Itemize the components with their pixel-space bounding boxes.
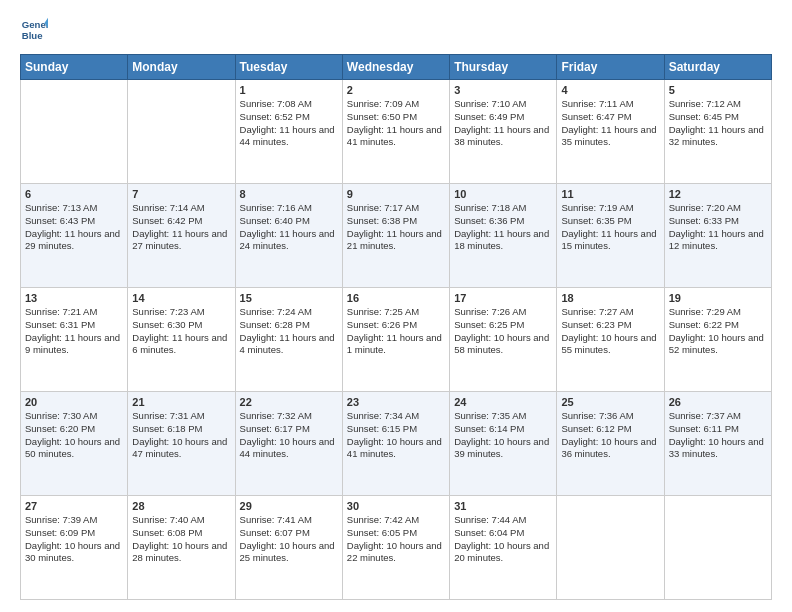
svg-text:General: General (22, 19, 48, 30)
week-row-5: 27Sunrise: 7:39 AM Sunset: 6:09 PM Dayli… (21, 496, 772, 600)
calendar-table: SundayMondayTuesdayWednesdayThursdayFrid… (20, 54, 772, 600)
day-number: 31 (454, 500, 552, 512)
cal-cell: 16Sunrise: 7:25 AM Sunset: 6:26 PM Dayli… (342, 288, 449, 392)
cal-cell: 22Sunrise: 7:32 AM Sunset: 6:17 PM Dayli… (235, 392, 342, 496)
day-number: 2 (347, 84, 445, 96)
cal-cell: 20Sunrise: 7:30 AM Sunset: 6:20 PM Dayli… (21, 392, 128, 496)
cell-info: Sunrise: 7:24 AM Sunset: 6:28 PM Dayligh… (240, 306, 338, 357)
weekday-header-friday: Friday (557, 55, 664, 80)
cal-cell: 2Sunrise: 7:09 AM Sunset: 6:50 PM Daylig… (342, 80, 449, 184)
cell-info: Sunrise: 7:37 AM Sunset: 6:11 PM Dayligh… (669, 410, 767, 461)
cal-cell: 30Sunrise: 7:42 AM Sunset: 6:05 PM Dayli… (342, 496, 449, 600)
cal-cell: 7Sunrise: 7:14 AM Sunset: 6:42 PM Daylig… (128, 184, 235, 288)
day-number: 4 (561, 84, 659, 96)
day-number: 26 (669, 396, 767, 408)
cell-info: Sunrise: 7:42 AM Sunset: 6:05 PM Dayligh… (347, 514, 445, 565)
day-number: 12 (669, 188, 767, 200)
cal-cell: 17Sunrise: 7:26 AM Sunset: 6:25 PM Dayli… (450, 288, 557, 392)
cal-cell: 3Sunrise: 7:10 AM Sunset: 6:49 PM Daylig… (450, 80, 557, 184)
cal-cell: 24Sunrise: 7:35 AM Sunset: 6:14 PM Dayli… (450, 392, 557, 496)
logo: General Blue (20, 16, 52, 44)
day-number: 23 (347, 396, 445, 408)
cell-info: Sunrise: 7:09 AM Sunset: 6:50 PM Dayligh… (347, 98, 445, 149)
cal-cell: 27Sunrise: 7:39 AM Sunset: 6:09 PM Dayli… (21, 496, 128, 600)
cal-cell: 25Sunrise: 7:36 AM Sunset: 6:12 PM Dayli… (557, 392, 664, 496)
week-row-4: 20Sunrise: 7:30 AM Sunset: 6:20 PM Dayli… (21, 392, 772, 496)
cell-info: Sunrise: 7:21 AM Sunset: 6:31 PM Dayligh… (25, 306, 123, 357)
cal-cell: 28Sunrise: 7:40 AM Sunset: 6:08 PM Dayli… (128, 496, 235, 600)
weekday-header-saturday: Saturday (664, 55, 771, 80)
day-number: 5 (669, 84, 767, 96)
cell-info: Sunrise: 7:17 AM Sunset: 6:38 PM Dayligh… (347, 202, 445, 253)
cal-cell: 9Sunrise: 7:17 AM Sunset: 6:38 PM Daylig… (342, 184, 449, 288)
page: General Blue SundayMondayTuesdayWednesda… (0, 0, 792, 612)
day-number: 1 (240, 84, 338, 96)
cell-info: Sunrise: 7:31 AM Sunset: 6:18 PM Dayligh… (132, 410, 230, 461)
cal-cell: 11Sunrise: 7:19 AM Sunset: 6:35 PM Dayli… (557, 184, 664, 288)
cell-info: Sunrise: 7:27 AM Sunset: 6:23 PM Dayligh… (561, 306, 659, 357)
cal-cell (128, 80, 235, 184)
cal-cell: 6Sunrise: 7:13 AM Sunset: 6:43 PM Daylig… (21, 184, 128, 288)
cell-info: Sunrise: 7:11 AM Sunset: 6:47 PM Dayligh… (561, 98, 659, 149)
day-number: 3 (454, 84, 552, 96)
cell-info: Sunrise: 7:44 AM Sunset: 6:04 PM Dayligh… (454, 514, 552, 565)
cell-info: Sunrise: 7:40 AM Sunset: 6:08 PM Dayligh… (132, 514, 230, 565)
day-number: 11 (561, 188, 659, 200)
cal-cell: 23Sunrise: 7:34 AM Sunset: 6:15 PM Dayli… (342, 392, 449, 496)
cell-info: Sunrise: 7:41 AM Sunset: 6:07 PM Dayligh… (240, 514, 338, 565)
weekday-header-thursday: Thursday (450, 55, 557, 80)
day-number: 7 (132, 188, 230, 200)
cal-cell: 13Sunrise: 7:21 AM Sunset: 6:31 PM Dayli… (21, 288, 128, 392)
cal-cell: 14Sunrise: 7:23 AM Sunset: 6:30 PM Dayli… (128, 288, 235, 392)
cell-info: Sunrise: 7:23 AM Sunset: 6:30 PM Dayligh… (132, 306, 230, 357)
day-number: 15 (240, 292, 338, 304)
day-number: 17 (454, 292, 552, 304)
cal-cell: 10Sunrise: 7:18 AM Sunset: 6:36 PM Dayli… (450, 184, 557, 288)
cell-info: Sunrise: 7:13 AM Sunset: 6:43 PM Dayligh… (25, 202, 123, 253)
cell-info: Sunrise: 7:29 AM Sunset: 6:22 PM Dayligh… (669, 306, 767, 357)
weekday-header-tuesday: Tuesday (235, 55, 342, 80)
day-number: 6 (25, 188, 123, 200)
cal-cell (557, 496, 664, 600)
weekday-header-row: SundayMondayTuesdayWednesdayThursdayFrid… (21, 55, 772, 80)
cal-cell: 8Sunrise: 7:16 AM Sunset: 6:40 PM Daylig… (235, 184, 342, 288)
cal-cell: 4Sunrise: 7:11 AM Sunset: 6:47 PM Daylig… (557, 80, 664, 184)
day-number: 16 (347, 292, 445, 304)
day-number: 27 (25, 500, 123, 512)
cell-info: Sunrise: 7:14 AM Sunset: 6:42 PM Dayligh… (132, 202, 230, 253)
cell-info: Sunrise: 7:20 AM Sunset: 6:33 PM Dayligh… (669, 202, 767, 253)
cell-info: Sunrise: 7:39 AM Sunset: 6:09 PM Dayligh… (25, 514, 123, 565)
cell-info: Sunrise: 7:32 AM Sunset: 6:17 PM Dayligh… (240, 410, 338, 461)
cal-cell: 1Sunrise: 7:08 AM Sunset: 6:52 PM Daylig… (235, 80, 342, 184)
cal-cell: 21Sunrise: 7:31 AM Sunset: 6:18 PM Dayli… (128, 392, 235, 496)
weekday-header-sunday: Sunday (21, 55, 128, 80)
day-number: 18 (561, 292, 659, 304)
cal-cell: 12Sunrise: 7:20 AM Sunset: 6:33 PM Dayli… (664, 184, 771, 288)
day-number: 13 (25, 292, 123, 304)
day-number: 28 (132, 500, 230, 512)
day-number: 9 (347, 188, 445, 200)
cal-cell (21, 80, 128, 184)
cal-cell: 29Sunrise: 7:41 AM Sunset: 6:07 PM Dayli… (235, 496, 342, 600)
day-number: 29 (240, 500, 338, 512)
week-row-2: 6Sunrise: 7:13 AM Sunset: 6:43 PM Daylig… (21, 184, 772, 288)
cell-info: Sunrise: 7:10 AM Sunset: 6:49 PM Dayligh… (454, 98, 552, 149)
cell-info: Sunrise: 7:08 AM Sunset: 6:52 PM Dayligh… (240, 98, 338, 149)
week-row-3: 13Sunrise: 7:21 AM Sunset: 6:31 PM Dayli… (21, 288, 772, 392)
cell-info: Sunrise: 7:30 AM Sunset: 6:20 PM Dayligh… (25, 410, 123, 461)
cell-info: Sunrise: 7:25 AM Sunset: 6:26 PM Dayligh… (347, 306, 445, 357)
day-number: 24 (454, 396, 552, 408)
day-number: 21 (132, 396, 230, 408)
week-row-1: 1Sunrise: 7:08 AM Sunset: 6:52 PM Daylig… (21, 80, 772, 184)
cell-info: Sunrise: 7:18 AM Sunset: 6:36 PM Dayligh… (454, 202, 552, 253)
logo-icon: General Blue (20, 16, 48, 44)
header: General Blue (20, 16, 772, 44)
cell-info: Sunrise: 7:34 AM Sunset: 6:15 PM Dayligh… (347, 410, 445, 461)
cell-info: Sunrise: 7:12 AM Sunset: 6:45 PM Dayligh… (669, 98, 767, 149)
cal-cell: 15Sunrise: 7:24 AM Sunset: 6:28 PM Dayli… (235, 288, 342, 392)
cell-info: Sunrise: 7:26 AM Sunset: 6:25 PM Dayligh… (454, 306, 552, 357)
cal-cell (664, 496, 771, 600)
day-number: 30 (347, 500, 445, 512)
day-number: 8 (240, 188, 338, 200)
cal-cell: 26Sunrise: 7:37 AM Sunset: 6:11 PM Dayli… (664, 392, 771, 496)
